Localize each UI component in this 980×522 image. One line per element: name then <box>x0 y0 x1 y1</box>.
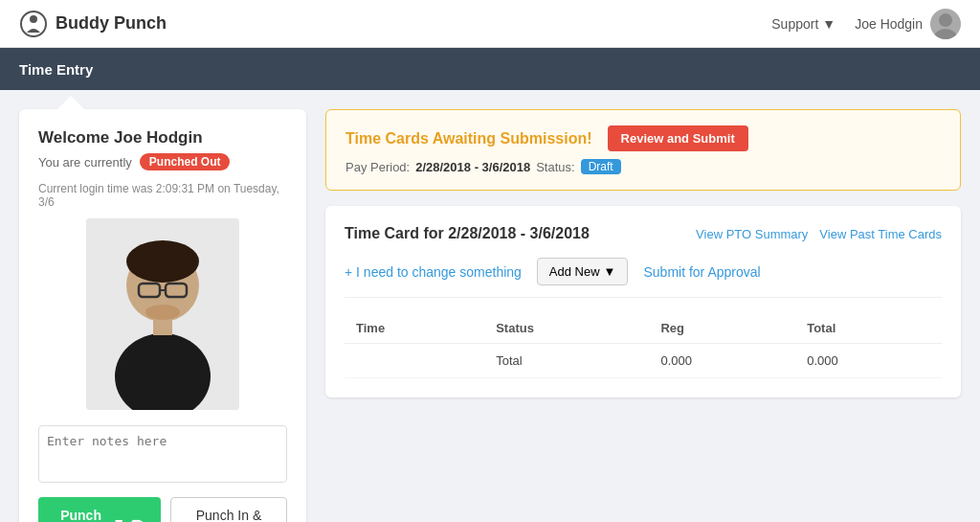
svg-point-0 <box>21 11 46 36</box>
total-total-cell: 0.000 <box>795 344 942 378</box>
logo-icon <box>19 10 48 38</box>
submit-approval-button[interactable]: Submit for Approval <box>643 264 760 280</box>
currently-label: You are currently <box>38 155 132 170</box>
user-name: Joe Hodgin <box>855 16 923 32</box>
top-nav: Buddy Punch Support ▼ Joe Hodgin <box>0 0 980 48</box>
alert-box: Time Cards Awaiting Submission! Review a… <box>325 109 961 191</box>
total-reg-cell: 0.000 <box>649 344 795 378</box>
status-label: Status: <box>536 160 574 174</box>
time-card-title: Time Card for 2/28/2018 - 3/6/2018 <box>345 225 590 242</box>
logo-text: Buddy Punch <box>56 13 167 34</box>
col-reg: Reg <box>649 313 795 344</box>
main-content: Welcome Joe Hodgin You are currently Pun… <box>0 90 980 522</box>
total-label-cell: Total <box>484 344 649 378</box>
svg-point-1 <box>30 15 37 23</box>
punch-in-edit-button[interactable]: Punch In & Edit Time <box>170 497 287 522</box>
right-panel: Time Cards Awaiting Submission! Review a… <box>325 109 961 522</box>
alert-title: Time Cards Awaiting Submission! <box>345 130 592 148</box>
status-row: You are currently Punched Out <box>38 153 287 170</box>
avatar <box>930 9 961 39</box>
header-actions: View PTO Summary View Past Time Cards <box>696 227 942 241</box>
punched-out-badge: Punched Out <box>140 153 231 170</box>
login-time: Current login time was 2:09:31 PM on Tue… <box>38 182 287 209</box>
punch-in-button[interactable]: Punch In ▼ ✏ <box>38 497 161 522</box>
review-submit-button[interactable]: Review and Submit <box>608 125 748 151</box>
punch-in-label: Punch In <box>56 508 106 522</box>
view-past-time-cards-button[interactable]: View Past Time Cards <box>819 227 942 241</box>
time-card-action-row: + I need to change something Add New ▼ S… <box>345 258 942 298</box>
time-card-section: Time Card for 2/28/2018 - 3/6/2018 View … <box>325 206 961 397</box>
svg-point-3 <box>934 29 957 39</box>
user-photo <box>86 218 239 410</box>
need-change-link[interactable]: + I need to change something <box>345 264 522 280</box>
pay-period-label: Pay Period: <box>345 160 410 174</box>
alert-top-row: Time Cards Awaiting Submission! Review a… <box>345 125 941 151</box>
logo-bold: Punch <box>114 13 167 33</box>
col-time: Time <box>345 313 484 344</box>
logo-area: Buddy Punch <box>19 10 167 38</box>
welcome-greeting: Welcome Joe Hodgin <box>38 128 287 148</box>
alert-sub-row: Pay Period: 2/28/2018 - 3/6/2018 Status:… <box>345 159 941 174</box>
col-status: Status <box>484 313 649 344</box>
support-button[interactable]: Support ▼ <box>771 16 835 32</box>
nav-right: Support ▼ Joe Hodgin <box>771 9 961 39</box>
view-pto-button[interactable]: View PTO Summary <box>696 227 808 241</box>
user-photo-svg <box>86 218 239 410</box>
add-new-label: Add New <box>549 264 600 279</box>
sub-header: Time Entry <box>0 48 980 90</box>
chevron-down-icon: ▼ <box>822 16 835 32</box>
svg-point-6 <box>126 240 199 283</box>
pay-period-value: 2/28/2018 - 3/6/2018 <box>415 160 530 174</box>
table-total-row: Total 0.000 0.000 <box>345 344 942 378</box>
punch-in-edit-label: Punch In & Edit Time <box>196 508 262 522</box>
total-time-cell <box>345 344 484 378</box>
chevron-down-icon: ▼ <box>112 515 125 522</box>
notes-input[interactable] <box>38 425 287 483</box>
status-badge: Draft <box>581 159 621 174</box>
support-label: Support <box>771 16 818 32</box>
page-title: Time Entry <box>19 61 93 78</box>
time-table: Time Status Reg Total Total 0.000 0.000 <box>345 313 942 378</box>
svg-point-12 <box>145 305 180 320</box>
add-new-button[interactable]: Add New ▼ <box>537 258 629 285</box>
user-area: Joe Hodgin <box>855 9 961 39</box>
svg-point-2 <box>939 13 952 27</box>
need-change-label: + I need to change something <box>345 264 522 280</box>
time-card-header: Time Card for 2/28/2018 - 3/6/2018 View … <box>345 225 942 242</box>
table-header-row: Time Status Reg Total <box>345 313 942 344</box>
action-buttons: Punch In ▼ ✏ Punch In & Edit Time <box>38 497 287 522</box>
chevron-down-icon: ▼ <box>604 264 616 279</box>
left-panel: Welcome Joe Hodgin You are currently Pun… <box>19 109 306 522</box>
col-total: Total <box>795 313 942 344</box>
logo-light: Buddy <box>56 13 109 33</box>
